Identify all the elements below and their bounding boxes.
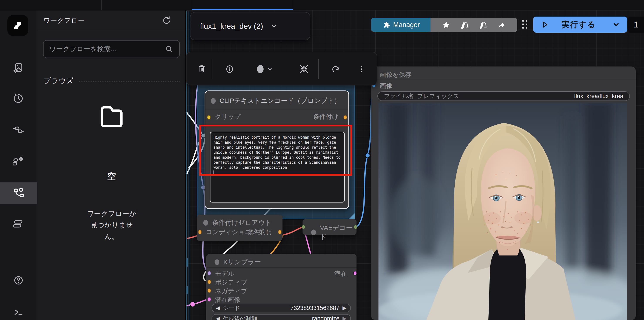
sidebar-item-node-library[interactable] [0, 119, 37, 141]
workflow-tab-bar[interactable] [0, 0, 644, 11]
generated-portrait-image [378, 103, 627, 320]
comfyui-logo[interactable] [8, 15, 28, 36]
refresh-button[interactable] [161, 15, 172, 26]
port-vae-input[interactable] [302, 225, 305, 229]
node-title-row: Kサンプラー [214, 258, 261, 267]
port-latent-input[interactable] [208, 297, 211, 302]
image-sparkle-icon [13, 62, 24, 73]
seed-widget[interactable]: ◀ シード 732389331562687 ▶ [212, 304, 351, 312]
collapse-icon [299, 64, 309, 74]
empty-title: 空 [107, 171, 116, 183]
search-icon [164, 45, 174, 54]
port-conditioning-output[interactable] [344, 115, 347, 120]
delete-button[interactable] [191, 52, 213, 86]
widget-label: ファイル名_プレフィックス [384, 92, 459, 100]
node-conditioning-zero-out[interactable]: 条件付けゼロアウト コンディショニング 条件付け [197, 215, 282, 241]
selection-resize-handle[interactable] [349, 213, 355, 219]
chevron-down-icon[interactable] [612, 21, 620, 28]
node-save-image[interactable]: 画像を保存 画像 ファイル名_プレフィックス flux_krea/flux_kr… [371, 67, 636, 320]
port-negative-input[interactable] [208, 288, 211, 293]
star-icon[interactable] [442, 21, 450, 29]
collapse-button[interactable] [293, 52, 315, 86]
filename-prefix-widget[interactable]: ファイル名_プレフィックス flux_krea/flux_krea [378, 91, 630, 101]
node-divider [371, 80, 636, 80]
share-icon[interactable] [497, 20, 506, 30]
increment-arrow-icon[interactable]: ▶ [342, 316, 346, 320]
control-after-generate-widget[interactable]: ◀ 生成後の制御 randomize ▶ [212, 314, 351, 320]
sidebar-item-model-library[interactable] [0, 150, 37, 173]
sidebar-rail [0, 11, 37, 320]
sidebar-item-history[interactable] [0, 87, 37, 110]
port-label: 条件付け [248, 228, 273, 237]
decrement-arrow-icon[interactable]: ◀ [216, 316, 220, 320]
node-ksampler[interactable]: Kサンプラー モデル ポジティブ ネガティブ 潜在画像 潜在 ◀ シード 732… [206, 254, 356, 320]
queue-count-badge[interactable]: 1 [628, 17, 644, 33]
red-highlight-box [199, 125, 352, 176]
sidebar-item-help[interactable] [0, 269, 37, 291]
empty-folder-icon [98, 104, 125, 127]
workflow-search-input[interactable]: ワークフローを検索... [43, 40, 180, 58]
play-icon [540, 20, 549, 29]
search-placeholder: ワークフローを検索... [49, 45, 164, 54]
collapse-dot-icon[interactable] [214, 259, 220, 265]
widget-value: 732389331562687 [290, 305, 339, 311]
widget-label: シード [223, 304, 240, 312]
node-title: CLIPテキストエンコード（プロンプト） [220, 96, 340, 105]
node-title: Kサンプラー [223, 258, 261, 267]
port-model-input[interactable] [208, 271, 211, 275]
port-positive-input[interactable] [208, 280, 211, 284]
node-divider [206, 267, 356, 268]
trash-icon [197, 64, 207, 74]
vacuum-icon[interactable] [478, 20, 488, 30]
port-clip-input[interactable] [207, 115, 211, 120]
drag-handle[interactable] [522, 20, 530, 30]
port-label: 潜在 [334, 269, 347, 278]
sidebar-item-terminal[interactable] [0, 301, 37, 320]
port-label: 潜在画像 [215, 295, 240, 304]
empty-message: ワークフローが見つかりません。 [84, 208, 139, 242]
port-conditioning-input[interactable] [198, 230, 202, 234]
more-options-button[interactable] [352, 52, 372, 86]
node-divider [205, 109, 348, 109]
node-title: 画像を保存 [380, 70, 412, 79]
link-nodes-icon [12, 124, 24, 135]
port-latent-output[interactable] [353, 271, 357, 275]
collapse-dot-icon[interactable] [211, 98, 216, 104]
terminal-icon [13, 306, 24, 318]
comfyui-app: ワークフロー ワークフローを検索... ブラウズ 空 ワークフローが見つかりませ… [0, 0, 644, 320]
node-title-row: CLIPテキストエンコード（プロンプト） [211, 96, 340, 105]
manager-button[interactable]: Manager [371, 18, 430, 32]
run-label: 実行する [562, 19, 596, 30]
increment-arrow-icon[interactable]: ▶ [342, 305, 346, 311]
port-conditioning-output[interactable] [278, 230, 282, 234]
sidebar-item-layouts[interactable] [0, 213, 37, 235]
port-label: 条件付け [313, 112, 338, 121]
info-button[interactable] [219, 52, 240, 86]
workflow-selector[interactable]: flux1_krea_dev (2) [190, 12, 310, 40]
collapse-dot-icon[interactable] [311, 230, 316, 235]
port-image-output[interactable] [354, 225, 357, 229]
node-color-swatch [257, 65, 264, 73]
queue-count: 1 [634, 20, 638, 30]
vacuum-icon[interactable] [460, 20, 469, 30]
node-vae-decode[interactable]: VAEデコード [302, 219, 356, 235]
chevron-down-icon [267, 66, 273, 72]
workflow-name: flux1_krea_dev (2) [200, 22, 263, 31]
toolbar-divider [212, 59, 212, 79]
collapse-dot-icon[interactable] [203, 220, 208, 226]
decrement-arrow-icon[interactable]: ◀ [216, 305, 220, 311]
sidebar-item-image-generate[interactable] [0, 56, 37, 79]
port-label: 画像 [380, 82, 392, 90]
workflow-panel: ワークフロー ワークフローを検索... ブラウズ 空 ワークフローが見つかりませ… [38, 11, 186, 320]
color-picker-button[interactable] [252, 52, 278, 86]
comfyui-logo-icon [11, 19, 24, 32]
redo-button[interactable] [325, 52, 346, 86]
quick-actions-bar [430, 18, 517, 32]
run-button[interactable]: 実行する [533, 17, 627, 33]
workflow-graph-icon [12, 187, 24, 199]
browse-section-header: ブラウズ [44, 76, 180, 86]
layout-rows-icon [12, 218, 24, 230]
sidebar-item-workflows[interactable] [0, 182, 37, 204]
workflow-panel-header: ワークフロー [38, 11, 185, 30]
tab-divider [192, 0, 192, 10]
